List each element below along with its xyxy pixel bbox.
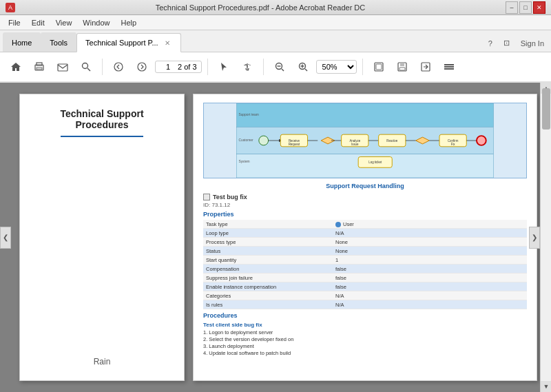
close-button[interactable]: ✕ [533,1,545,14]
diagram-title: Support Request Handling [203,183,527,189]
svg-point-4 [83,63,88,69]
svg-text:System: System [238,160,249,163]
zoom-out-button[interactable] [269,56,290,77]
menu-file[interactable]: File [3,17,26,28]
prop-val-8: N/A [333,291,527,300]
proc-subtitle: Test client side bug fix [203,322,527,328]
properties-label: Properties [203,211,527,218]
save-button[interactable] [392,56,413,77]
proc-step-3: 3. Launch deployment [203,343,527,349]
home-tool-button[interactable] [6,56,26,77]
tab-home[interactable]: Home [3,32,41,52]
right-page: Support team Customer System Receive Req… [193,94,537,381]
flowchart-diagram: Support team Customer System Receive Req… [203,103,527,178]
page-title: Technical Support Procedures [34,108,170,130]
user-icon [335,222,341,227]
help-icon[interactable]: ? [484,38,497,49]
export-button[interactable] [415,56,436,77]
fit-page-button[interactable] [368,56,389,77]
prop-val-4: 1 [333,256,527,265]
svg-point-7 [138,63,146,71]
zoom-in-button[interactable] [293,56,313,77]
print-button[interactable] [29,56,50,77]
page-total: 2 of 3 [178,63,197,71]
window-controls[interactable]: – □ ✕ [506,1,545,14]
menu-bar: File Edit View Window Help [0,15,551,30]
svg-rect-21 [444,64,454,65]
menu-view[interactable]: View [50,17,78,28]
prop-key-0: Task type [203,220,333,229]
page-footer: Rain [94,357,111,367]
prop-val-2: None [333,238,527,247]
prop-key-9: Is rules [203,300,333,309]
separator-3 [263,59,264,75]
prop-key-4: Start quantity [203,256,333,265]
svg-point-6 [114,63,123,71]
minimize-button[interactable]: – [506,1,518,14]
svg-text:Fix: Fix [451,143,456,146]
svg-text:Support team: Support team [238,113,258,116]
svg-text:Request: Request [289,143,300,146]
tab-tools[interactable]: Tools [41,32,76,52]
maximize-button[interactable]: □ [519,1,532,14]
sign-in-button[interactable]: Sign In [517,38,548,49]
tab-bar-actions: ? ⊡ Sign In [484,37,548,52]
svg-rect-24 [236,103,493,127]
proc-step-1: 1. Logon to deployment server [203,329,527,336]
tab-close-button[interactable]: ✕ [163,38,172,48]
scrollbar-down[interactable]: ▼ [541,381,551,392]
separator-1 [102,59,103,75]
share-icon[interactable]: ⊡ [499,37,514,49]
svg-line-5 [87,68,90,71]
svg-point-51 [477,136,486,145]
scrollbar-thumb[interactable] [542,88,550,130]
zoom-select[interactable]: 50% 75% 100% 125% 150% [316,60,357,74]
menu-window[interactable]: Window [77,17,115,28]
svg-rect-2 [37,68,42,70]
menu-edit[interactable]: Edit [26,17,50,28]
search-button[interactable] [76,56,96,77]
title-underline [61,136,143,137]
prop-val-7: false [333,282,527,291]
tab-tools-label: Tools [50,39,67,47]
prev-page-button[interactable] [108,56,129,77]
main-area: ❮ Technical Support Procedures Rain Supp… [0,83,551,392]
toolbar: 2 of 3 50% 75% 100% 125% 150% [0,52,551,83]
vertical-scrollbar[interactable]: ▲ ▼ [540,83,551,392]
prop-key-2: Process type [203,238,333,247]
svg-text:Resolve: Resolve [386,139,397,143]
next-page-button[interactable] [132,56,152,77]
prop-val-6: false [333,274,527,282]
select-tool[interactable] [214,56,234,77]
tools-button[interactable] [439,56,459,77]
hand-tool[interactable] [237,56,258,77]
prop-val-5: false [333,265,527,274]
tab-document[interactable]: Technical Support P... ✕ [76,33,181,52]
page-input[interactable] [160,63,176,71]
svg-text:Issue: Issue [351,143,359,146]
prop-val-1: N/A [333,229,527,238]
window-title: Technical Support Procedures.pdf - Adobe… [15,3,506,12]
app-icon: A [6,3,15,12]
prop-val-3: None [333,247,527,256]
right-page-arrow[interactable]: ❯ [529,227,540,249]
proc-step-4: 4. Update local software to patch build [203,350,527,356]
svg-text:Customer: Customer [238,138,253,142]
prop-key-8: Categories [203,291,333,300]
bug-title-text: Test bug fix [213,194,247,200]
svg-line-14 [305,69,307,71]
prop-key-5: Compensation [203,265,333,274]
left-page-arrow[interactable]: ❮ [0,227,11,249]
tab-home-label: Home [12,39,32,47]
svg-rect-1 [37,63,42,65]
menu-help[interactable]: Help [115,17,142,28]
svg-line-10 [282,69,284,71]
left-page: Technical Support Procedures Rain [19,94,185,381]
prop-key-6: Suppress join failure [203,274,333,282]
checkbox-icon [203,194,210,200]
separator-4 [362,59,363,75]
procedures-list: 1. Logon to deployment server2. Select t… [203,329,527,356]
svg-rect-3 [58,64,67,71]
svg-rect-16 [376,64,382,70]
email-button[interactable] [52,56,73,77]
